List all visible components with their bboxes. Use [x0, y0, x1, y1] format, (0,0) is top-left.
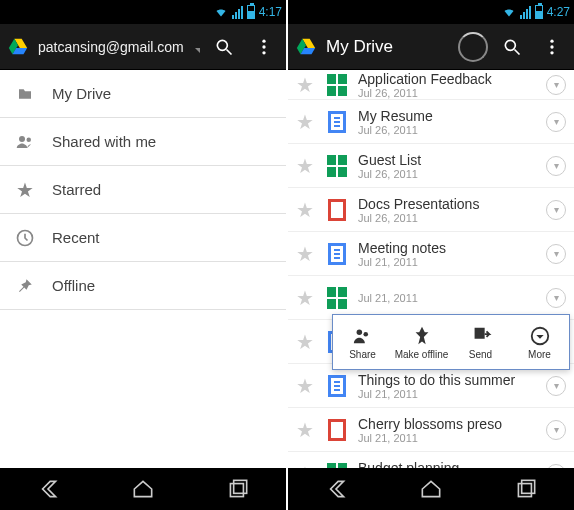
- star-toggle[interactable]: ★: [294, 286, 316, 310]
- phone-left: 4:17 patcansing@gmail.com My Drive Share…: [0, 0, 286, 510]
- nav-label: My Drive: [52, 85, 111, 102]
- signal-icon: [520, 6, 531, 19]
- loading-spinner-icon: [458, 32, 488, 62]
- battery-icon: [247, 5, 255, 19]
- people-icon: [14, 133, 36, 151]
- file-row[interactable]: ★Application FeedbackJul 26, 2011▾: [288, 70, 574, 100]
- svg-rect-19: [522, 480, 535, 493]
- star-toggle[interactable]: ★: [294, 418, 316, 442]
- chevron-down-icon[interactable]: ▾: [546, 288, 566, 308]
- search-button[interactable]: [208, 24, 240, 70]
- nav-shared[interactable]: Shared with me: [0, 118, 286, 166]
- chevron-down-icon[interactable]: ▾: [546, 244, 566, 264]
- svg-rect-9: [234, 480, 247, 493]
- star-toggle[interactable]: ★: [294, 198, 316, 222]
- nav-offline[interactable]: Offline: [0, 262, 286, 310]
- file-list[interactable]: ★Application FeedbackJul 26, 2011▾★My Re…: [288, 70, 574, 468]
- chevron-down-icon[interactable]: ▾: [546, 376, 566, 396]
- svg-line-11: [515, 49, 520, 54]
- recents-button[interactable]: [225, 476, 251, 502]
- phone-right: 4:27 My Drive ★Application FeedbackJul 2…: [288, 0, 574, 510]
- chevron-down-icon[interactable]: ▾: [546, 75, 566, 95]
- app-bar: patcansing@gmail.com: [0, 24, 286, 70]
- drive-logo-icon: [294, 36, 318, 58]
- clock-icon: [14, 228, 36, 248]
- star-toggle[interactable]: ★: [294, 242, 316, 266]
- svg-point-5: [19, 136, 25, 142]
- page-title: My Drive: [326, 37, 450, 57]
- clock: 4:17: [259, 5, 282, 19]
- battery-icon: [535, 5, 543, 19]
- overflow-menu-button[interactable]: [536, 24, 568, 70]
- svg-point-2: [262, 39, 265, 42]
- svg-point-15: [356, 329, 362, 335]
- file-date: Jul 26, 2011: [358, 87, 536, 99]
- drive-logo-icon: [6, 36, 30, 58]
- star-icon: ★: [14, 178, 36, 202]
- status-bar: 4:27: [288, 0, 574, 24]
- back-button[interactable]: [323, 476, 349, 502]
- account-dropdown[interactable]: patcansing@gmail.com: [38, 39, 200, 55]
- wifi-icon: [502, 6, 516, 18]
- star-toggle[interactable]: ★: [294, 154, 316, 178]
- star-toggle[interactable]: ★: [294, 110, 316, 134]
- overflow-menu-button[interactable]: [248, 24, 280, 70]
- doc-icon: [326, 109, 348, 135]
- chevron-down-icon[interactable]: ▾: [546, 420, 566, 440]
- home-button[interactable]: [130, 476, 156, 502]
- send-action[interactable]: Send: [451, 315, 510, 369]
- home-button[interactable]: [418, 476, 444, 502]
- recents-button[interactable]: [513, 476, 539, 502]
- file-date: Jul 26, 2011: [358, 168, 536, 180]
- file-name: Guest List: [358, 152, 536, 168]
- nav-recent[interactable]: Recent: [0, 214, 286, 262]
- file-row[interactable]: ★Cherry blossoms presoJul 21, 2011▾: [288, 408, 574, 452]
- file-name: Meeting notes: [358, 240, 536, 256]
- sheet-icon: [326, 285, 348, 311]
- nav-my-drive[interactable]: My Drive: [0, 70, 286, 118]
- file-row[interactable]: ★Meeting notesJul 21, 2011▾: [288, 232, 574, 276]
- file-row[interactable]: ★Docs PresentationsJul 26, 2011▾: [288, 188, 574, 232]
- star-toggle[interactable]: ★: [294, 330, 316, 354]
- svg-point-12: [550, 39, 553, 42]
- share-action[interactable]: Share: [333, 315, 392, 369]
- more-action[interactable]: More: [510, 315, 569, 369]
- chevron-down-icon[interactable]: ▾: [546, 464, 566, 469]
- star-toggle[interactable]: ★: [294, 73, 316, 97]
- nav-list: My Drive Shared with me ★Starred Recent …: [0, 70, 286, 310]
- sheet-icon: [326, 72, 348, 98]
- svg-point-14: [550, 51, 553, 54]
- svg-rect-8: [231, 484, 244, 497]
- svg-point-4: [262, 51, 265, 54]
- file-name: Application Feedback: [358, 71, 536, 87]
- back-button[interactable]: [35, 476, 61, 502]
- system-nav-bar: [288, 468, 574, 510]
- file-date: Jul 26, 2011: [358, 212, 536, 224]
- file-row[interactable]: ★Budget planningJul 21, 2011▾: [288, 452, 574, 468]
- svg-point-0: [217, 40, 227, 50]
- app-bar: My Drive: [288, 24, 574, 70]
- chevron-down-icon[interactable]: ▾: [546, 200, 566, 220]
- file-date: Jul 21, 2011: [358, 432, 536, 444]
- star-toggle[interactable]: ★: [294, 374, 316, 398]
- nav-label: Starred: [52, 181, 101, 198]
- svg-point-10: [505, 40, 515, 50]
- star-toggle[interactable]: ★: [294, 462, 316, 469]
- file-row[interactable]: ★Things to do this summerJul 21, 2011▾: [288, 364, 574, 408]
- file-row[interactable]: ★Guest ListJul 26, 2011▾: [288, 144, 574, 188]
- action-popup: Share Make offline Send More: [332, 314, 570, 370]
- file-row[interactable]: ★My ResumeJul 26, 2011▾: [288, 100, 574, 144]
- search-button[interactable]: [496, 24, 528, 70]
- chevron-down-icon[interactable]: ▾: [546, 156, 566, 176]
- file-date: Jul 26, 2011: [358, 124, 536, 136]
- drive-folder-icon: [14, 86, 36, 102]
- chevron-down-icon[interactable]: ▾: [546, 112, 566, 132]
- file-date: Jul 21, 2011: [358, 388, 536, 400]
- doc-icon: [326, 241, 348, 267]
- nav-label: Offline: [52, 277, 95, 294]
- pres-icon: [326, 197, 348, 223]
- file-date: Jul 21, 2011: [358, 256, 536, 268]
- make-offline-action[interactable]: Make offline: [392, 315, 451, 369]
- nav-starred[interactable]: ★Starred: [0, 166, 286, 214]
- clock: 4:27: [547, 5, 570, 19]
